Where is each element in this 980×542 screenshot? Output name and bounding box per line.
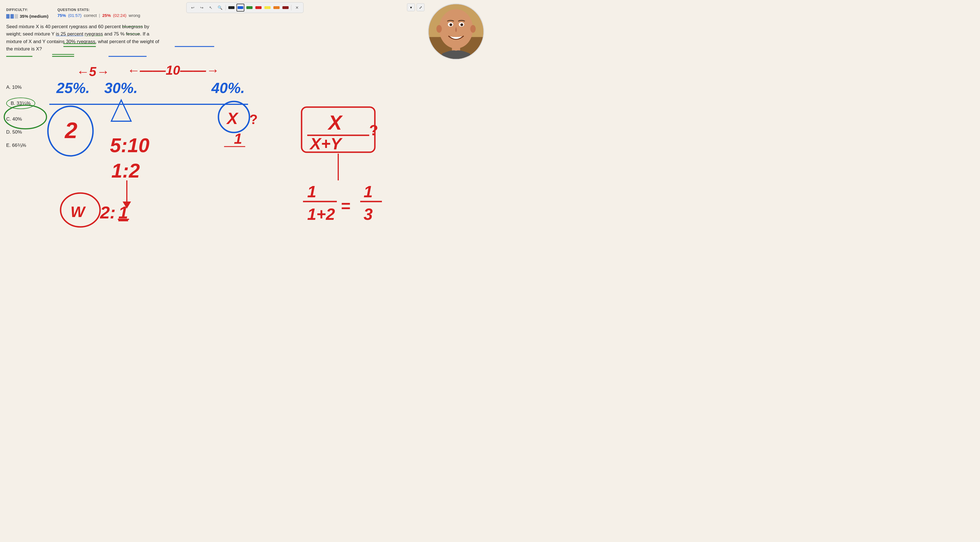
answer-c-label: C. 40% xyxy=(6,116,22,122)
svg-text:?: ? xyxy=(250,112,258,127)
difficulty-value: 35% (medium) xyxy=(20,14,48,19)
webcam-controls[interactable]: ▾ ⤢ xyxy=(407,3,425,11)
correct-pct: 75% xyxy=(57,13,66,18)
toolbar-separator-2 xyxy=(291,5,291,10)
svg-point-4 xyxy=(470,25,476,33)
correct-time: (01:57) xyxy=(68,13,82,18)
svg-marker-28 xyxy=(123,202,131,208)
svg-point-8 xyxy=(461,24,463,26)
search-tool-button[interactable]: 🔍 xyxy=(216,4,224,11)
svg-point-7 xyxy=(450,24,452,26)
difficulty-group: DIFFICULTY: 35% (medium) xyxy=(6,8,48,19)
svg-text:30%.: 30%. xyxy=(104,80,138,96)
darkred-pen-button[interactable] xyxy=(282,4,290,11)
svg-text:?: ? xyxy=(369,122,378,138)
close-toolbar-button[interactable]: ✕ xyxy=(293,4,301,11)
svg-point-11 xyxy=(48,106,93,156)
stats-separator: | xyxy=(99,13,100,18)
yellow-pen-button[interactable] xyxy=(264,4,271,11)
svg-text:40%.: 40%. xyxy=(211,80,245,96)
answer-e-label: E. 66⅔% xyxy=(6,142,26,148)
bar-3 xyxy=(15,14,18,19)
orange-pen-button[interactable] xyxy=(272,4,280,11)
svg-text:5:10: 5:10 xyxy=(110,134,150,156)
webcam-face xyxy=(429,4,484,59)
svg-point-3 xyxy=(436,25,442,33)
answer-a-label: A. 10% xyxy=(6,84,22,90)
red-pen-button[interactable] xyxy=(255,4,262,11)
svg-text:X+Y: X+Y xyxy=(309,134,343,153)
svg-text:1: 1 xyxy=(118,203,128,222)
answer-d[interactable]: D. 50% xyxy=(6,129,35,135)
answer-e[interactable]: E. 66⅔% xyxy=(6,142,35,148)
svg-text:←——10——→: ←——10——→ xyxy=(127,63,219,78)
webcam-feed xyxy=(428,3,484,60)
answer-a[interactable]: A. 10% xyxy=(6,84,35,90)
svg-text:25%.: 25%. xyxy=(56,80,90,96)
black-pen-button[interactable] xyxy=(228,4,235,11)
blue-pen-button[interactable] xyxy=(237,4,244,11)
fescue-strikethrough: fescue xyxy=(126,31,140,37)
svg-text:1+2: 1+2 xyxy=(307,205,335,223)
svg-point-29 xyxy=(60,193,100,227)
undo-button[interactable]: ↩ xyxy=(189,4,197,11)
svg-point-14 xyxy=(218,102,250,132)
wrong-label: wrong xyxy=(129,13,140,18)
answer-b[interactable]: B. 33⅓% xyxy=(6,97,35,109)
svg-marker-19 xyxy=(111,100,131,121)
question-stats-group: QUESTION STATS: 75% (01:57) correct | 25… xyxy=(57,8,140,18)
webcam-dropdown-button[interactable]: ▾ xyxy=(407,3,415,11)
stats-row: 75% (01:57) correct | 25% (02:24) wrong xyxy=(57,13,140,18)
is-25-percent-underline: is 25 percent xyxy=(56,31,83,37)
difficulty-label: DIFFICULTY: xyxy=(6,8,48,12)
ryegrass-underline: ryegrass xyxy=(84,31,103,37)
answer-d-label: D. 50% xyxy=(6,129,22,135)
bar-1 xyxy=(6,14,10,19)
svg-text:2: 2 xyxy=(64,118,78,143)
drawing-toolbar[interactable]: ↩ ↪ ↖ 🔍 ✕ xyxy=(186,2,304,13)
svg-text:=: = xyxy=(341,196,351,215)
wrong-time: (02:24) xyxy=(113,13,127,18)
svg-text:3: 3 xyxy=(364,205,372,223)
wrong-pct: 25% xyxy=(102,13,111,18)
svg-text:X: X xyxy=(226,109,239,127)
svg-text:1: 1 xyxy=(364,182,372,201)
redo-button[interactable]: ↪ xyxy=(198,4,206,11)
bluegrass-strikethrough: bluegrass xyxy=(122,24,143,29)
face-svg xyxy=(429,3,484,60)
svg-text:1:2: 1:2 xyxy=(111,160,140,182)
correct-label: correct xyxy=(84,13,97,18)
cursor-tool-button[interactable]: ↖ xyxy=(207,4,215,11)
difficulty-section: DIFFICULTY: 35% (medium) QUESTION STATS:… xyxy=(6,8,140,19)
svg-text:X: X xyxy=(327,111,343,134)
difficulty-bars xyxy=(6,14,18,19)
30pct-underline: 30% ryegrass xyxy=(66,39,95,44)
svg-text:←5→: ←5→ xyxy=(76,64,109,79)
answer-c[interactable]: C. 40% xyxy=(6,116,35,122)
svg-text:1: 1 xyxy=(307,182,316,201)
svg-text:1: 1 xyxy=(234,130,242,147)
question-text: Seed mixture X is 40 percent ryegrass an… xyxy=(6,23,164,53)
bar-2 xyxy=(10,14,14,19)
webcam-expand-button[interactable]: ⤢ xyxy=(417,3,425,11)
svg-text:2:: 2: xyxy=(100,203,116,222)
green-pen-button[interactable] xyxy=(245,4,253,11)
question-stats-label: QUESTION STATS: xyxy=(57,8,140,12)
svg-text:W: W xyxy=(70,203,86,220)
answer-b-label: B. 33⅓% xyxy=(6,97,35,109)
answer-choices: A. 10% B. 33⅓% C. 40% D. 50% E. 66⅔% xyxy=(6,84,35,148)
svg-rect-34 xyxy=(302,107,375,152)
